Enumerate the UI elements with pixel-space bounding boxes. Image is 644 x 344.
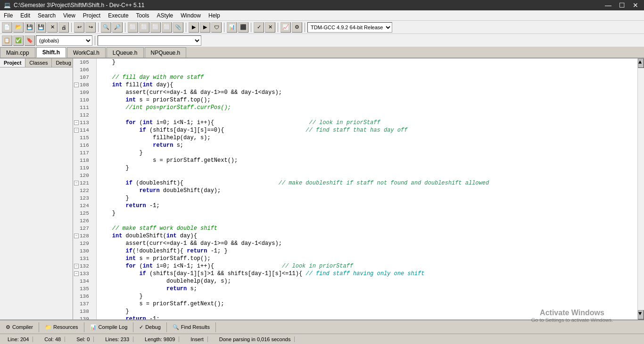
- token-normal: [99, 202, 126, 210]
- token-normal: day){: [153, 81, 173, 89]
- left-tab-classes[interactable]: Classes: [25, 59, 52, 67]
- class-browser-button[interactable]: 📋: [2, 35, 12, 46]
- fold-button-114[interactable]: −: [74, 128, 79, 133]
- menu-item-tools[interactable]: Tools: [132, 11, 153, 20]
- bottom-tab-compiler[interactable]: ⚙Compiler: [0, 322, 39, 332]
- fold-button-128[interactable]: −: [74, 234, 79, 238]
- bookmark-button[interactable]: 📎: [173, 22, 183, 33]
- undo-button[interactable]: ↩: [74, 22, 84, 33]
- menu-item-execute[interactable]: Execute: [104, 11, 132, 20]
- code-line-136: }: [99, 293, 636, 300]
- fold-button-133[interactable]: −: [74, 271, 79, 276]
- token-normal: -1;: [146, 202, 160, 210]
- bottom-tab-find-results[interactable]: 🔍Find Results: [167, 322, 216, 332]
- open-button[interactable]: 📂: [13, 22, 24, 33]
- profile-button[interactable]: 📊: [227, 22, 237, 33]
- maximize-button[interactable]: ☐: [617, 1, 627, 9]
- menu-item-astyle[interactable]: AStyle: [153, 11, 177, 20]
- token-normal: [99, 270, 139, 277]
- save-button[interactable]: 💾: [25, 22, 35, 33]
- token-normal: }: [99, 210, 116, 217]
- menu-item-view[interactable]: View: [59, 11, 79, 20]
- stop-button[interactable]: ⬛: [238, 22, 248, 33]
- activate-windows-overlay: Activate Windows Go to Settings to activ…: [500, 309, 644, 323]
- token-normal: }: [99, 293, 143, 300]
- close-file-button[interactable]: ✕: [47, 22, 58, 33]
- title-bar-controls[interactable]: — ☐ ✕: [603, 1, 640, 9]
- chart-button[interactable]: 📈: [281, 22, 291, 33]
- code-line-132: for (int i=0; i<N-1; i++){ // look in pr…: [99, 262, 636, 270]
- fold-button-121[interactable]: −: [74, 181, 79, 185]
- comment-button[interactable]: ⬜: [162, 22, 172, 33]
- fold-button-132[interactable]: −: [74, 264, 79, 268]
- left-panel-content: [0, 67, 73, 319]
- todo-button[interactable]: ✅: [13, 35, 24, 46]
- close-button[interactable]: ✕: [631, 1, 640, 9]
- debug-button[interactable]: 🛡: [211, 22, 222, 33]
- token-normal: s = priorStaff.top();: [136, 255, 210, 262]
- token-normal: (shifts[day-1][s]==0){: [146, 126, 224, 134]
- redo-button[interactable]: ↪: [85, 22, 96, 33]
- menu-item-window[interactable]: Window: [177, 11, 205, 20]
- line-num-text-125: 125: [80, 210, 89, 217]
- left-panel-tabs: ProjectClassesDebug: [0, 59, 73, 67]
- tab-WorkCal-h[interactable]: WorkCal.h: [67, 47, 106, 58]
- scope-select[interactable]: (globals): [36, 35, 92, 46]
- tab-NPQueue-h[interactable]: NPQueue.h: [145, 47, 187, 58]
- print-button[interactable]: 🖨: [58, 22, 69, 33]
- bottom-tab-debug[interactable]: ✓Debug: [133, 322, 166, 332]
- code-line-118: s = priorStaff.getNext();: [99, 157, 636, 164]
- scrollbar-thumb-up[interactable]: ▲: [638, 59, 644, 68]
- left-tab-debug[interactable]: Debug: [52, 59, 75, 67]
- separator-3: [125, 23, 125, 32]
- compiler-select[interactable]: TDM-GCC 4.9.2 64-bit Release: [307, 22, 392, 33]
- bottom-tab-resources[interactable]: 📁Resources: [39, 322, 84, 332]
- token-kw: for: [126, 262, 136, 270]
- bookmark2-button[interactable]: 🔖: [25, 35, 35, 46]
- function-select[interactable]: [98, 35, 201, 46]
- token-kw: if: [139, 270, 146, 277]
- replace-button[interactable]: 🔎: [112, 22, 123, 33]
- code-line-105: }: [99, 59, 636, 66]
- separator-5: [224, 23, 224, 32]
- code-line-123: }: [99, 194, 636, 202]
- clear-button[interactable]: ✕: [265, 22, 275, 33]
- token-normal: [99, 187, 139, 194]
- settings-button[interactable]: ⚙: [292, 22, 302, 33]
- token-normal: doublehelp(day, s);: [99, 277, 231, 285]
- left-tab-project[interactable]: Project: [0, 59, 25, 67]
- token-normal: [99, 179, 126, 187]
- menu-item-project[interactable]: Project: [79, 11, 104, 20]
- token-normal: [99, 126, 139, 134]
- fold-button-108[interactable]: −: [74, 83, 79, 87]
- status-length: Length: 9809: [141, 336, 179, 342]
- run-button[interactable]: ▶: [200, 22, 210, 33]
- toggle-breakpoint-button[interactable]: ⬜: [150, 22, 161, 33]
- menu-item-file[interactable]: File: [0, 11, 17, 20]
- unindent-button[interactable]: ⬜: [139, 22, 149, 33]
- compile-run-button[interactable]: ▶: [189, 22, 199, 33]
- tab-Shift-h[interactable]: Shift.h: [36, 47, 66, 58]
- menu-item-edit[interactable]: Edit: [17, 11, 34, 20]
- tab-LQueue-h[interactable]: LQueue.h: [107, 47, 144, 58]
- bottom-tab-compile-log[interactable]: 📊Compile Log: [84, 322, 134, 332]
- menu-item-help[interactable]: Help: [205, 11, 224, 20]
- indent-button[interactable]: ⬜: [128, 22, 138, 33]
- check-button[interactable]: ✓: [254, 22, 264, 33]
- line-num-text-139: 139: [80, 315, 89, 319]
- menu-item-search[interactable]: Search: [34, 11, 59, 20]
- new-button[interactable]: 📄: [2, 22, 12, 33]
- right-scrollbar[interactable]: ▲ ▼: [637, 59, 644, 319]
- code-content[interactable]: } // fill day with more staff int fill(i…: [97, 59, 637, 319]
- minimize-button[interactable]: —: [603, 1, 613, 9]
- find-button[interactable]: 🔍: [101, 22, 111, 33]
- token-highlight-comment: // find staff having only one shift: [302, 270, 424, 277]
- tab-Main-cpp[interactable]: Main.cpp: [0, 47, 35, 58]
- code-scroll[interactable]: 105106107−108109110111112−113−1141151161…: [73, 59, 637, 319]
- code-line-135: return s;: [99, 285, 636, 293]
- code-line-128: int doubleShift(int day){: [99, 232, 636, 240]
- save-all-button[interactable]: 💾: [36, 22, 46, 33]
- fold-button-113[interactable]: −: [74, 120, 79, 125]
- token-kw: int: [112, 81, 123, 89]
- code-line-119: }: [99, 164, 636, 172]
